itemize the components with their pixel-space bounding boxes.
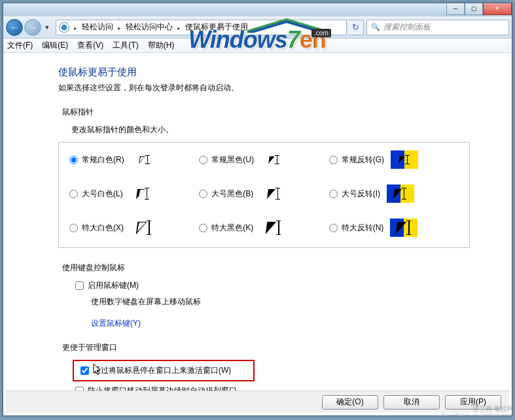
cursor-regular-inverted[interactable]: 常规反转(G) xyxy=(329,150,459,169)
menu-help[interactable]: 帮助(H) xyxy=(148,40,175,51)
cursor-options-group: 常规白色(R) 常规黑色(U) 常规反转(G) 大号白色(L) 大号黑色(B) … xyxy=(58,142,470,248)
menu-tools[interactable]: 工具(T) xyxy=(113,40,138,51)
prevent-arrange-label: 防止将窗口移动到屏幕边缘时自动排列窗口 xyxy=(88,385,237,391)
radio-large-inverted[interactable] xyxy=(329,190,338,198)
section-window-management: 更便于管理窗口 xyxy=(62,342,470,353)
cursor-regular-white[interactable]: 常规白色(R) xyxy=(69,150,199,169)
mousekeys-checkbox[interactable] xyxy=(75,281,84,290)
cursor-large-white[interactable]: 大号白色(L) xyxy=(69,184,199,203)
radio-xl-black[interactable] xyxy=(199,224,207,232)
radio-large-white[interactable] xyxy=(69,190,78,198)
cursor-xl-white[interactable]: 特大白色(X) xyxy=(69,219,199,237)
mousekeys-description: 使用数字键盘在屏幕上移动鼠标 xyxy=(91,296,470,307)
radio-regular-white[interactable] xyxy=(69,156,78,164)
radio-regular-inverted[interactable] xyxy=(329,156,338,164)
breadcrumb-1[interactable]: 轻松访问 xyxy=(82,22,113,33)
back-button[interactable]: ← xyxy=(6,19,23,36)
refresh-button[interactable]: ↻ xyxy=(348,20,364,35)
radio-regular-black[interactable] xyxy=(199,156,207,164)
prevent-arrange-row: 防止将窗口移动到屏幕边缘时自动排列窗口 xyxy=(75,385,470,391)
search-input[interactable]: 搜索控制面板 xyxy=(366,20,509,35)
section-mouse-pointer: 鼠标指针 xyxy=(62,107,470,118)
minimize-button[interactable]: ─ xyxy=(446,3,465,15)
cursor-xl-inverted[interactable]: 特大反转(N) xyxy=(329,219,459,237)
mouse-cursor-icon xyxy=(93,363,103,379)
radio-xl-inverted[interactable] xyxy=(329,224,338,232)
menu-bar: 文件(F) 编辑(E) 查看(V) 工具(T) 帮助(H) xyxy=(3,39,512,53)
address-bar[interactable]: 轻松访问 轻松访问中心 使鼠标更易于使用 xyxy=(56,20,347,35)
source-watermark: 查字典 教程网 jiaocheng.chazidian.com xyxy=(440,404,515,420)
page-subtitle: 如果选择这些设置，则在每次登录时都将自动启动。 xyxy=(58,82,470,94)
breadcrumb-3[interactable]: 使鼠标更易于使用 xyxy=(185,22,248,33)
maximize-button[interactable]: ▢ xyxy=(465,3,483,15)
page-title: 使鼠标更易于使用 xyxy=(58,66,470,79)
menu-view[interactable]: 查看(V) xyxy=(77,40,103,51)
mousekeys-settings-link[interactable]: 设置鼠标键(Y) xyxy=(91,318,141,329)
cursor-large-inverted[interactable]: 大号反转(I) xyxy=(329,184,459,203)
cursor-large-black[interactable]: 大号黑色(B) xyxy=(199,184,329,203)
cancel-button[interactable]: 取消 xyxy=(383,395,440,410)
cursor-xl-black[interactable]: 特大黑色(K) xyxy=(199,219,329,237)
breadcrumb-2[interactable]: 轻松访问中心 xyxy=(126,22,173,33)
ok-button[interactable]: 确定(O) xyxy=(322,395,378,410)
navigation-bar: ← → ▼ 轻松访问 轻松访问中心 使鼠标更易于使用 ↻ 搜索控制面板 xyxy=(3,16,512,39)
section-keyboard-control: 使用键盘控制鼠标 xyxy=(62,262,470,273)
hover-activate-checkbox[interactable] xyxy=(80,366,89,375)
pointer-description: 更改鼠标指针的颜色和大小。 xyxy=(71,124,470,135)
control-panel-window: ─ ▢ ✕ ← → ▼ 轻松访问 轻松访问中心 使鼠标更易于使用 ↻ 搜索控制面… xyxy=(3,3,512,416)
hover-activate-label: 通过将鼠标悬停在窗口上来激活窗口(W) xyxy=(93,365,231,376)
content-area: 使鼠标更易于使用 如果选择这些设置，则在每次登录时都将自动启动。 鼠标指针 更改… xyxy=(6,54,509,391)
menu-edit[interactable]: 编辑(E) xyxy=(42,40,68,51)
close-button[interactable]: ✕ xyxy=(483,3,512,15)
mousekeys-label: 启用鼠标键(M) xyxy=(88,280,139,291)
history-dropdown[interactable]: ▼ xyxy=(43,21,52,34)
titlebar[interactable]: ─ ▢ ✕ xyxy=(3,3,512,16)
control-panel-icon xyxy=(59,22,69,33)
cursor-regular-black[interactable]: 常规黑色(U) xyxy=(199,150,329,169)
mousekeys-row: 启用鼠标键(M) xyxy=(75,280,470,291)
dialog-footer: 确定(O) 取消 应用(P) xyxy=(6,391,509,413)
radio-large-black[interactable] xyxy=(199,190,207,198)
menu-file[interactable]: 文件(F) xyxy=(7,40,33,51)
radio-xl-white[interactable] xyxy=(69,224,78,232)
forward-button[interactable]: → xyxy=(24,19,41,36)
